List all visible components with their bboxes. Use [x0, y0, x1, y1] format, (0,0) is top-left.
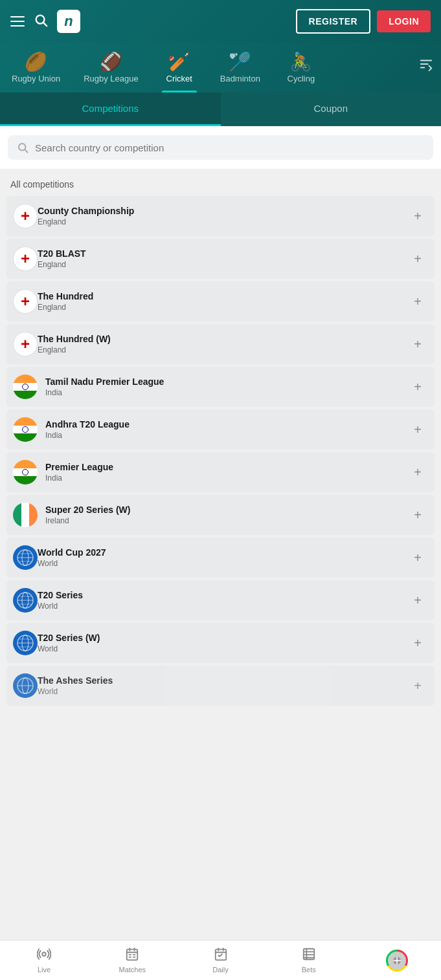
nav-daily-label: Daily — [212, 966, 228, 974]
bets-icon — [302, 947, 316, 963]
tab-rugby-union-label: Rugby Union — [12, 74, 60, 83]
badminton-icon: 🏸 — [229, 53, 251, 71]
competition-list: County Championship England + T20 BLAST … — [0, 196, 441, 706]
comp-name: T20 BLAST — [38, 248, 407, 259]
england-flag-icon — [13, 246, 38, 271]
tab-cycling[interactable]: 🚴 Cycling — [272, 48, 330, 93]
cricket-icon: 🏏 — [168, 53, 190, 71]
add-competition-button[interactable]: + — [407, 505, 428, 525]
comp-info: The Hundred (W) England — [38, 334, 407, 354]
comp-name: Premier League — [45, 462, 407, 472]
india-flag-icon — [13, 417, 38, 442]
add-competition-button[interactable]: + — [407, 547, 428, 568]
nav-live[interactable]: Live — [0, 943, 88, 977]
comp-info: Super 20 Series (W) Ireland — [45, 505, 407, 525]
sort-icon[interactable] — [411, 48, 441, 80]
menu-button[interactable] — [10, 16, 25, 27]
competition-item[interactable]: Tamil Nadu Premier League India + — [6, 367, 435, 407]
add-competition-button[interactable]: + — [407, 206, 428, 226]
comp-info: T20 Series World — [38, 590, 407, 611]
add-competition-button[interactable]: + — [407, 419, 428, 440]
competition-item[interactable]: T20 Series (W) World + — [6, 623, 435, 663]
england-flag-icon — [13, 289, 38, 314]
add-competition-button[interactable]: + — [407, 376, 428, 397]
nav-live-label: Live — [38, 966, 51, 974]
cycling-icon: 🚴 — [289, 53, 312, 71]
comp-country: England — [38, 303, 407, 312]
search-bar[interactable] — [8, 135, 433, 160]
comp-name: Super 20 Series (W) — [45, 505, 407, 515]
subtab-coupon[interactable]: Coupon — [221, 93, 442, 126]
rugby-union-icon: 🏉 — [25, 53, 47, 71]
search-container — [0, 126, 441, 169]
tab-badminton-label: Badminton — [220, 74, 260, 83]
world-flag-icon — [13, 631, 38, 655]
add-competition-button[interactable]: + — [407, 248, 428, 269]
matches-icon — [125, 947, 139, 963]
competition-item[interactable]: T20 Series World + — [6, 580, 435, 620]
add-competition-button[interactable]: + — [407, 291, 428, 312]
svg-line-6 — [25, 149, 27, 152]
competition-item[interactable]: The Hundred (W) England + — [6, 324, 435, 364]
add-competition-button[interactable]: + — [407, 334, 428, 354]
bottom-navigation: Live Matches Da — [0, 940, 441, 980]
live-icon — [37, 947, 51, 963]
comp-name: Andhra T20 League — [45, 419, 407, 430]
england-flag-icon — [13, 204, 38, 228]
register-button[interactable]: REGISTER — [296, 9, 371, 34]
comp-info: World Cup 2027 World — [38, 547, 407, 568]
login-button[interactable]: LOGIN — [377, 10, 431, 32]
comp-country: England — [38, 260, 407, 269]
nav-daily[interactable]: Daily — [176, 943, 264, 977]
india-flag-icon — [13, 460, 38, 485]
header-auth-buttons: REGISTER LOGIN — [296, 9, 431, 34]
search-input[interactable] — [35, 142, 424, 153]
comp-name: Tamil Nadu Premier League — [45, 376, 407, 387]
tab-rugby-league[interactable]: 🏈 Rugby League — [72, 48, 150, 93]
nav-bets[interactable]: Bets — [265, 943, 353, 977]
search-icon — [17, 142, 28, 153]
comp-name: The Hundred — [38, 291, 407, 301]
comp-name: T20 Series (W) — [38, 633, 407, 643]
competition-item[interactable]: County Championship England + — [6, 196, 435, 236]
rugby-league-icon: 🏈 — [100, 53, 122, 71]
india-flag-icon — [13, 375, 38, 399]
header-search-icon[interactable] — [34, 13, 48, 30]
comp-country: England — [38, 345, 407, 354]
world-flag-icon — [13, 673, 38, 698]
comp-country: England — [38, 217, 407, 226]
competition-item[interactable]: The Ashes Series World + — [6, 666, 435, 706]
add-competition-button[interactable]: + — [407, 462, 428, 483]
nav-bets-label: Bets — [302, 966, 316, 974]
competition-item[interactable]: T20 BLAST England + — [6, 239, 435, 279]
comp-country: World — [38, 687, 407, 696]
comp-name: County Championship — [38, 206, 407, 216]
competition-item[interactable]: Andhra T20 League India + — [6, 409, 435, 450]
competition-item[interactable]: Premier League India + — [6, 452, 435, 492]
competition-item[interactable]: Super 20 Series (W) Ireland + — [6, 495, 435, 535]
competition-item[interactable]: The Hundred England + — [6, 281, 435, 321]
svg-point-46 — [396, 959, 398, 961]
comp-info: T20 BLAST England — [38, 248, 407, 269]
comp-info: The Hundred England — [38, 291, 407, 312]
add-competition-button[interactable]: + — [407, 590, 428, 611]
bonus-inner — [388, 952, 406, 970]
comp-country: World — [38, 644, 407, 653]
tab-cricket-label: Cricket — [166, 74, 192, 83]
add-competition-button[interactable]: + — [407, 633, 428, 653]
nav-bonus[interactable] — [353, 944, 441, 977]
nav-matches[interactable]: Matches — [88, 943, 176, 977]
competition-item[interactable]: World Cup 2027 World + — [6, 538, 435, 578]
tab-cricket[interactable]: 🏏 Cricket — [150, 48, 209, 93]
tab-rugby-union[interactable]: 🏉 Rugby Union — [0, 48, 72, 93]
tab-rugby-league-label: Rugby League — [84, 74, 139, 83]
subtab-competitions[interactable]: Competitions — [0, 93, 221, 126]
add-competition-button[interactable]: + — [407, 675, 428, 696]
comp-name: T20 Series — [38, 590, 407, 600]
tab-badminton[interactable]: 🏸 Badminton — [209, 48, 272, 93]
comp-name: World Cup 2027 — [38, 547, 407, 558]
comp-country: India — [45, 474, 407, 483]
bonus-wheel-icon — [384, 948, 410, 974]
comp-country: World — [38, 602, 407, 611]
comp-info: Premier League India — [45, 462, 407, 483]
